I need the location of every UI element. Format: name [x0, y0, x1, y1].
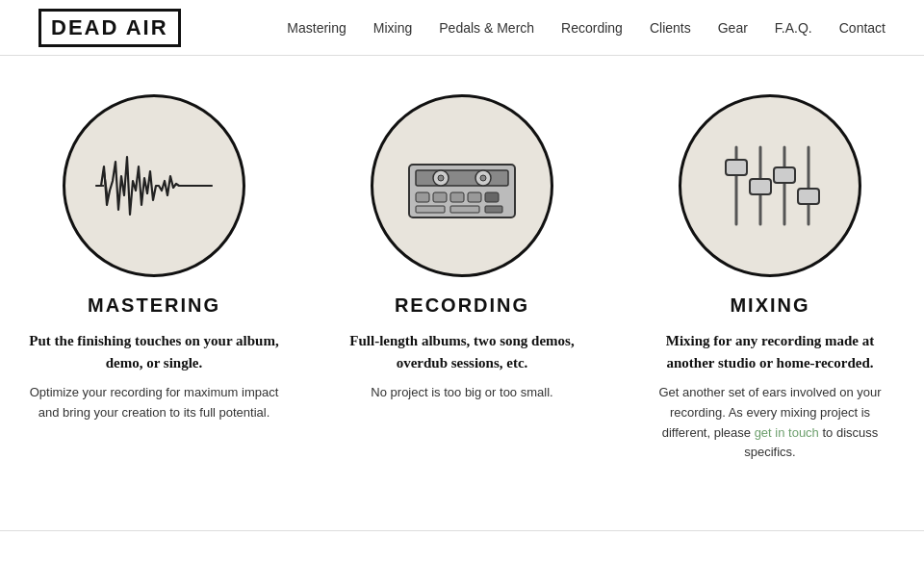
nav-clients[interactable]: Clients — [650, 20, 691, 36]
mixing-desc: Get another set of ears involved on your… — [645, 383, 895, 463]
recording-desc: No project is too big or too small. — [337, 383, 587, 403]
services-section: MASTERING Put the finishing touches on y… — [29, 94, 895, 463]
svg-rect-9 — [416, 192, 429, 202]
waveform-icon — [87, 128, 221, 243]
nav-mastering[interactable]: Mastering — [287, 20, 346, 36]
main-nav: Mastering Mixing Pedals & Merch Recordin… — [287, 20, 886, 36]
svg-rect-13 — [485, 192, 499, 202]
svg-rect-14 — [416, 206, 445, 213]
nav-faq[interactable]: F.A.Q. — [775, 20, 812, 36]
recording-tagline: Full-length albums, two song demos, over… — [337, 330, 587, 373]
svg-rect-23 — [774, 167, 795, 183]
mastering-tagline: Put the finishing touches on your album,… — [29, 330, 279, 373]
site-logo[interactable]: DEAD AIR — [38, 9, 181, 47]
svg-rect-15 — [450, 206, 479, 213]
svg-rect-21 — [726, 160, 747, 175]
mixing-card: MIXING Mixing for any recording made at … — [645, 94, 895, 463]
mixing-illustration — [679, 94, 861, 277]
mixing-tagline: Mixing for any recording made at another… — [645, 330, 895, 373]
mastering-desc: Optimize your recording for maximum impa… — [29, 383, 279, 423]
nav-pedals-merch[interactable]: Pedals & Merch — [439, 20, 534, 36]
svg-rect-12 — [468, 192, 481, 202]
svg-point-6 — [438, 175, 444, 181]
get-in-touch-link[interactable]: get in touch — [755, 425, 819, 440]
svg-point-8 — [480, 175, 486, 181]
tape-deck-icon — [395, 128, 529, 243]
recording-illustration — [371, 94, 553, 277]
svg-rect-24 — [798, 189, 819, 204]
main-content: MASTERING Put the finishing touches on y… — [0, 56, 924, 530]
mastering-card: MASTERING Put the finishing touches on y… — [29, 94, 279, 463]
site-header: DEAD AIR Mastering Mixing Pedals & Merch… — [0, 0, 924, 56]
recording-title: RECORDING — [337, 294, 587, 317]
mastering-title: MASTERING — [29, 294, 279, 317]
footer-text: Owned and operated by Will Killingsworth… — [0, 530, 924, 562]
svg-rect-16 — [485, 206, 502, 213]
svg-rect-22 — [750, 179, 771, 194]
svg-rect-11 — [450, 192, 464, 202]
nav-gear[interactable]: Gear — [718, 20, 748, 36]
recording-card: RECORDING Full-length albums, two song d… — [337, 94, 587, 463]
svg-rect-4 — [416, 170, 508, 186]
nav-mixing[interactable]: Mixing — [373, 20, 412, 36]
svg-rect-10 — [433, 192, 447, 202]
nav-recording[interactable]: Recording — [561, 20, 623, 36]
faders-icon — [703, 128, 837, 243]
nav-contact[interactable]: Contact — [839, 20, 886, 36]
mixing-title: MIXING — [645, 294, 895, 317]
mastering-illustration — [63, 94, 245, 277]
